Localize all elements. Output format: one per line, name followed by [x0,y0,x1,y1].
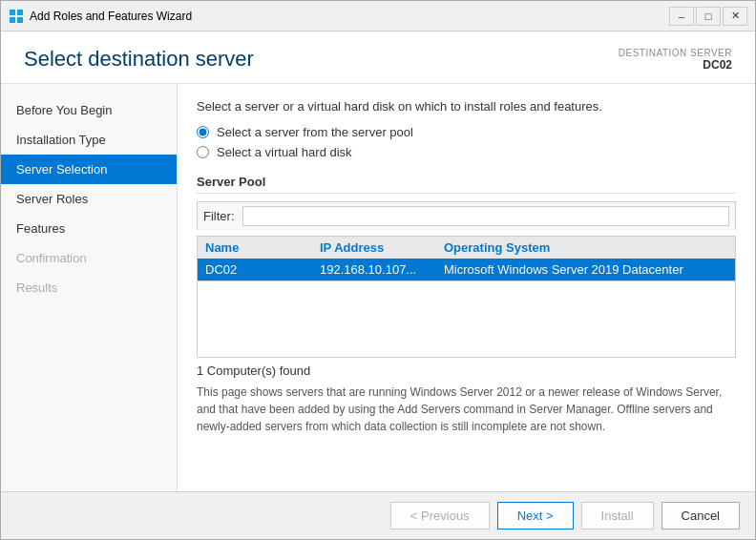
cell-name: DC02 [198,259,312,280]
cancel-button[interactable]: Cancel [662,502,740,530]
col-ip[interactable]: IP Address [312,237,436,259]
window-controls: – □ ✕ [669,7,747,26]
count-text: 1 Computer(s) found [197,363,736,378]
footer: < Previous Next > Install Cancel [1,491,755,539]
sidebar-item-results: Results [1,273,177,302]
svg-rect-0 [10,10,15,15]
maximize-button[interactable]: □ [696,7,721,26]
next-button[interactable]: Next > [497,502,574,530]
table-header: Name IP Address Operating System [197,236,736,259]
sidebar-item-features[interactable]: Features [1,214,177,243]
previous-button[interactable]: < Previous [390,502,490,530]
table-row[interactable]: DC02 192.168.10.107... Microsoft Windows… [197,259,736,281]
page-title: Select destination server [24,47,254,72]
server-pool-title: Server Pool [197,175,736,194]
filter-input[interactable] [242,206,730,226]
radio-virtual-disk-input[interactable] [197,146,209,158]
filter-label: Filter: [203,209,235,223]
sidebar: Before You Begin Installation Type Serve… [1,84,178,491]
filter-row: Filter: [197,201,736,230]
minimize-button[interactable]: – [669,7,694,26]
radio-server-pool-label: Select a server from the server pool [217,125,413,139]
sidebar-item-confirmation: Confirmation [1,243,177,273]
destination-server-label: DESTINATION SERVER [619,48,732,58]
destination-server-info: DESTINATION SERVER DC02 [619,48,732,72]
intro-text: Select a server or a virtual hard disk o… [197,99,736,114]
cell-os: Microsoft Windows Server 2019 Datacenter [436,259,735,280]
col-os[interactable]: Operating System [436,237,735,259]
destination-server-value: DC02 [619,58,732,72]
radio-server-pool-input[interactable] [197,126,209,138]
table-empty-area [197,281,736,358]
window-title: Add Roles and Features Wizard [30,10,669,23]
svg-rect-3 [17,17,23,23]
col-name[interactable]: Name [198,237,312,259]
svg-rect-2 [10,17,15,23]
title-bar: Add Roles and Features Wizard – □ ✕ [1,1,755,31]
wizard-window: Add Roles and Features Wizard – □ ✕ Sele… [0,0,756,540]
header-bar: Select destination server DESTINATION SE… [1,31,755,84]
sidebar-item-before-you-begin[interactable]: Before You Begin [1,95,177,125]
radio-virtual-disk[interactable]: Select a virtual hard disk [197,145,736,159]
close-button[interactable]: ✕ [723,7,747,26]
main-wrapper: Select destination server DESTINATION SE… [1,31,755,539]
body-area: Before You Begin Installation Type Serve… [1,84,755,491]
cell-ip: 192.168.10.107... [312,259,436,280]
radio-server-pool[interactable]: Select a server from the server pool [197,125,736,139]
install-button[interactable]: Install [581,502,654,530]
description-text: This page shows servers that are running… [197,384,736,435]
radio-virtual-disk-label: Select a virtual hard disk [217,145,352,159]
main-content: Select a server or a virtual hard disk o… [178,84,755,491]
sidebar-item-server-roles[interactable]: Server Roles [1,184,177,214]
svg-rect-1 [17,10,23,15]
app-icon [9,9,24,24]
sidebar-item-server-selection[interactable]: Server Selection [1,155,177,184]
sidebar-item-installation-type[interactable]: Installation Type [1,125,177,155]
radio-group: Select a server from the server pool Sel… [197,125,736,159]
